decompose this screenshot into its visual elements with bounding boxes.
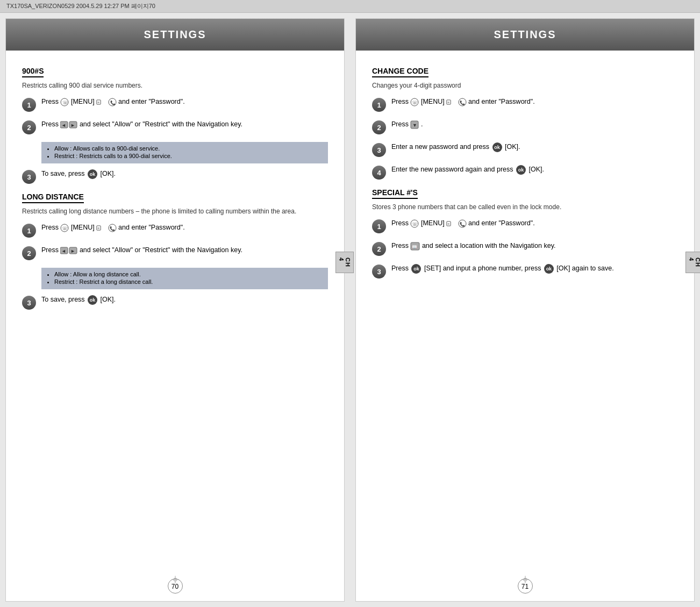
center-cross-right [522,576,529,583]
step-900-2: 2 Press ◄ ► and select "Allow" or "Restr… [22,119,328,134]
section-900: 900#S Restricts calling 900 dial service… [22,67,328,184]
step-ld-2: 2 Press ◄ ► and select "Allow" or "Restr… [22,245,328,260]
step-sp-2: 2 Press 📖 and select a location with the… [372,241,678,256]
phone-icon-ld1: ☏ [60,224,69,232]
step-ld-text-2: Press ◄ ► and select "Allow" or "Restric… [41,245,328,255]
step-text-900-3: To save, press ok [OK]. [41,169,328,179]
top-bar: TX170SA_VERIZON0529 2004.5.29 12:27 PM 페… [0,0,700,13]
left-page-header: SETTINGS [6,19,344,51]
ok-icon-cc4: ok [516,165,526,175]
svg-text:📞: 📞 [110,100,116,105]
section-long-distance: LONG DISTANCE Restricts calling long dis… [22,192,328,310]
ok-icon-sp3a: ok [411,264,421,274]
phone-icon-ld1b: 📞 [108,224,117,232]
step-circle-1: 1 [22,98,36,112]
section-sp-title: SPECIAL #'S [372,188,418,199]
step-sp-text-3: Press ok [SET] and input a phone number,… [391,263,678,274]
note-ld-1: Allow : Allow a long distance call. [54,271,323,277]
svg-text:►: ► [70,248,75,254]
note-box-ld: Allow : Allow a long distance call. Rest… [41,268,328,289]
nav-down-icon-cc: ▼ [410,120,419,129]
svg-text:☏: ☏ [62,100,68,105]
phone-icon-2: 📞 [108,98,117,106]
step-ld-circle-1: 1 [22,224,36,238]
step-ld-circle-2: 2 [22,246,36,260]
nav-book-icon-sp: 📖 [410,242,420,251]
menu-icon-cc1: ≡ [446,98,456,106]
nav-lr-icon: ◄ ► [60,121,77,128]
step-sp-text-1: Press ☏ [MENU] ≡ [391,218,678,228]
right-page-content: CHANGE CODE Changes your 4-digit passwor… [356,61,694,302]
svg-text:📖: 📖 [412,244,417,249]
left-page: SETTINGS 900#S Restricts calling 900 dia… [5,18,345,602]
step-cc-circle-3: 3 [372,143,386,157]
step-sp-circle-1: 1 [372,219,386,233]
step-ld-text-1: Press ☏ [MENU] ≡ [41,223,328,233]
step-cc-3: 3 Enter a new password and press ok [OK]… [372,142,678,157]
step-sp-circle-3: 3 [372,265,386,278]
ok-icon-1: ok [88,169,97,179]
left-settings-title: SETTINGS [144,28,206,40]
step-cc-1: 1 Press ☏ [MENU] ≡ [372,97,678,112]
section-sp-desc: Stores 3 phone numbers that can be calle… [372,203,678,211]
step-ld-3: 3 To save, press ok [OK]. [22,295,328,310]
menu-nav-icon: ≡ [96,98,106,106]
section-ld-desc: Restricts calling long distance numbers … [22,208,328,215]
step-cc-text-3: Enter a new password and press ok [OK]. [391,142,678,152]
ok-icon-sp3b: ok [544,264,554,274]
step-cc-circle-1: 1 [372,98,386,112]
svg-text:☏: ☏ [62,226,68,231]
step-cc-circle-2: 2 [372,120,386,134]
svg-text:☏: ☏ [412,222,418,227]
left-page-content: 900#S Restricts calling 900 dial service… [6,61,344,333]
note-box-900: Allow : Allows calls to a 900-dial servi… [41,142,328,163]
step-text-900-1: Press ☏ [MENU] ≡ [41,97,328,107]
step-sp-1: 1 Press ☏ [MENU] ≡ [372,218,678,233]
step-ld-text-3: To save, press ok [OK]. [41,295,328,305]
svg-text:≡: ≡ [98,226,100,230]
step-cc-circle-4: 4 [372,166,386,180]
right-page-header: SETTINGS [356,19,694,51]
svg-text:◄: ◄ [61,123,66,128]
menu-nav-icon-ld1: ≡ [96,224,106,232]
right-settings-title: SETTINGS [494,28,556,40]
svg-text:📞: 📞 [110,226,115,231]
svg-text:►: ► [70,123,75,128]
svg-text:≡: ≡ [448,101,450,104]
phone-icon-sp1: ☏ [410,219,419,228]
center-cross-left [172,576,179,583]
ch-tab-left: CH4 [335,252,354,273]
svg-text:☏: ☏ [412,100,418,105]
step-sp-text-2: Press 📖 and select a location with the N… [391,241,678,251]
step-sp-3: 3 Press ok [SET] and input a phone numbe… [372,263,678,278]
phone-icon-cc1b: 📞 [458,98,467,106]
step-circle-3: 3 [22,170,36,184]
section-change-code: CHANGE CODE Changes your 4-digit passwor… [372,67,678,180]
ch-tab-right: CH4 [685,252,700,273]
ok-icon-ld: ok [88,295,97,305]
step-cc-2: 2 Press ▼ . [372,119,678,134]
step-900-3: 3 To save, press ok [OK]. [22,169,328,184]
svg-text:📞: 📞 [460,222,465,227]
svg-text:◄: ◄ [61,248,66,254]
phone-icon-sp1b: 📞 [458,219,467,228]
section-900-desc: Restricts calling 900 dial service numbe… [22,82,328,89]
step-circle-2: 2 [22,120,36,134]
svg-text:≡: ≡ [448,222,450,226]
phone-icon-cc1: ☏ [410,98,419,106]
step-ld-circle-3: 3 [22,296,36,310]
topbar-text: TX170SA_VERIZON0529 2004.5.29 12:27 PM 페… [6,3,155,9]
step-ld-1: 1 Press ☏ [MENU] ≡ [22,223,328,238]
nav-lr-icon-ld: ◄ ► [60,247,77,254]
right-page: SETTINGS CHANGE CODE Changes your 4-digi… [355,18,695,602]
note-ld-2: Restrict : Restrict a long distance call… [54,278,323,285]
step-sp-circle-2: 2 [372,242,386,256]
svg-text:▼: ▼ [412,123,417,128]
note-900-1: Allow : Allows calls to a 900-dial servi… [54,145,323,152]
section-cc-title: CHANGE CODE [372,67,428,77]
step-cc-text-4: Enter the new password again and press o… [391,165,678,175]
step-cc-text-2: Press ▼ . [391,119,678,130]
phone-icon: ☏ [60,98,69,106]
svg-text:📞: 📞 [460,100,465,105]
svg-text:≡: ≡ [98,101,100,104]
